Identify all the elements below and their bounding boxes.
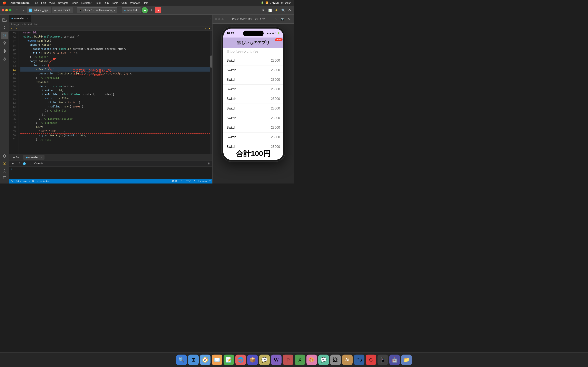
activity-flutter4[interactable] xyxy=(1,55,8,62)
list-item-5[interactable]: Switch 25000 xyxy=(223,104,283,113)
list-item-4[interactable]: Switch 25000 xyxy=(223,94,283,104)
activity-people[interactable] xyxy=(1,167,8,175)
maximize-button[interactable] xyxy=(9,9,11,11)
list-item-3[interactable]: Switch 25000 xyxy=(223,85,283,94)
menu-navigate[interactable]: Navigate xyxy=(58,1,68,4)
minimize-button[interactable] xyxy=(5,9,8,11)
scroll-track[interactable] xyxy=(210,31,212,154)
breadcrumb-project[interactable]: flutter_app xyxy=(11,23,21,25)
activity-problems[interactable] xyxy=(1,160,8,167)
status-position[interactable]: 44:11 xyxy=(172,180,177,183)
scroll-thumb[interactable] xyxy=(210,55,212,68)
list-item-5-title: Switch xyxy=(227,107,236,110)
vcs-selector[interactable]: Version control ▾ xyxy=(52,7,73,13)
ln-42: 42 xyxy=(9,60,17,64)
menu-file[interactable]: File xyxy=(34,1,38,4)
main-dart-tab[interactable]: ◈ main.dart ✕ xyxy=(23,155,44,160)
list-item-1[interactable]: Switch 25000 xyxy=(223,66,283,75)
console-run-btn[interactable]: ▶ xyxy=(11,161,15,166)
run-config-selector[interactable]: ◈ main.dart ▾ xyxy=(122,7,141,13)
menu-edit[interactable]: Edit xyxy=(41,1,46,4)
bottom-tabs: ▶ Run ◈ main.dart ✕ xyxy=(9,154,212,160)
phone-home-btn[interactable]: ⌂ xyxy=(273,16,278,22)
debug-config-btn[interactable]: ★ xyxy=(149,7,154,13)
console-more-btn[interactable]: ⋮ xyxy=(28,161,32,166)
code-line-51: return ListTile( xyxy=(20,96,210,100)
menu-help[interactable]: Help xyxy=(143,1,148,4)
menu-view[interactable]: View xyxy=(49,1,55,4)
error-nav-up[interactable]: ▲ xyxy=(205,27,207,30)
list-item-2[interactable]: Switch 25000 xyxy=(223,75,283,85)
tab-close-btn[interactable]: ✕ xyxy=(26,17,28,19)
breadcrumb-file[interactable]: main.dart xyxy=(28,23,38,25)
app-name[interactable]: Android Studio xyxy=(10,1,30,4)
activity-project[interactable] xyxy=(1,16,8,24)
activity-terminal[interactable] xyxy=(1,175,8,182)
code-line-61: ), // Text xyxy=(20,138,210,142)
list-item-0[interactable]: Switch 25000 xyxy=(223,56,283,66)
phone-panel: iPhone 15 Pro Max – iOS 17.2 ⌂ 📷 ↻ 10:24 xyxy=(212,15,294,184)
list-item-5-value: 25000 xyxy=(271,107,280,110)
tab-more-btn[interactable]: ⋯ xyxy=(206,16,212,20)
activity-flutter3[interactable] xyxy=(1,47,8,55)
menu-build[interactable]: Build xyxy=(95,1,101,4)
layout-inspector-btn[interactable]: ⚡ xyxy=(274,7,279,13)
ln-39: 39 xyxy=(9,48,17,52)
status-file[interactable]: main.dart xyxy=(40,180,49,182)
activity-notifications[interactable] xyxy=(1,152,8,160)
code-content[interactable]: @override Widget build(BuildContext cont… xyxy=(19,31,210,154)
svg-point-13 xyxy=(4,170,5,171)
menu-vcs[interactable]: VCS xyxy=(121,1,127,4)
console-expand-btn[interactable]: ⊡ xyxy=(206,161,211,166)
list-item-8[interactable]: Switch 25000 xyxy=(223,133,283,142)
breadcrumb-lib[interactable]: lib xyxy=(24,23,26,25)
project-selector[interactable]: FA FA flutter_app ▾ xyxy=(27,7,51,13)
dynamic-island xyxy=(243,31,264,36)
ln-36: 36 xyxy=(9,35,17,40)
menu-code[interactable]: Code xyxy=(72,1,78,4)
device-manager-btn[interactable]: 🖥 xyxy=(260,7,266,13)
status-lf[interactable]: LF xyxy=(180,180,182,183)
iphone-search-area[interactable]: 欲しいものを入力してね xyxy=(223,48,283,56)
status-charset[interactable]: UTF-8 xyxy=(185,180,191,183)
activity-commit[interactable] xyxy=(1,24,8,31)
iphone-app-title: 欲しいものアプリ xyxy=(237,40,270,45)
apple-logo[interactable]: 🍎 xyxy=(2,1,6,5)
project-name: FA flutter_app xyxy=(33,9,48,12)
console-clear-btn[interactable]: ⬤ xyxy=(22,161,26,166)
status-indent[interactable]: 2 spaces xyxy=(198,180,207,183)
status-project-name[interactable]: flutter_app xyxy=(16,180,26,182)
list-item-9-value: 25000 xyxy=(271,145,280,148)
activity-flutter1[interactable] xyxy=(1,32,8,39)
breadcrumb-bar: flutter_app › lib › main.dart xyxy=(9,22,212,26)
profiler-btn[interactable]: 📊 xyxy=(267,7,273,13)
status-git-icon: ⑂ xyxy=(209,180,211,183)
status-lib[interactable]: lib xyxy=(32,180,35,182)
console-restart-btn[interactable]: ↺ xyxy=(16,161,21,166)
stop-button[interactable]: ■ xyxy=(155,7,161,13)
list-item-6[interactable]: Switch 25000 xyxy=(223,113,283,123)
more-options-btn[interactable]: ⋮ xyxy=(162,7,168,13)
dart-tab-close[interactable]: ✕ xyxy=(40,156,42,159)
device-selector[interactable]: 📱 iPhone 15 Pro Max (mobile) ▾ xyxy=(77,7,117,13)
editor-tab-main[interactable]: ◈ main.dart ✕ xyxy=(9,15,31,22)
settings-btn[interactable]: ⚙ xyxy=(287,7,292,13)
phone-panel-toolbar: iPhone 15 Pro Max – iOS 17.2 ⌂ 📷 ↻ xyxy=(213,15,294,24)
list-item-9[interactable]: Switch 25000 xyxy=(223,142,283,148)
nav-panel-toggle[interactable]: ≡ xyxy=(14,7,20,13)
run-button[interactable]: ▶ xyxy=(142,7,148,13)
search-everywhere-btn[interactable]: 🔍 xyxy=(280,7,286,13)
menu-window[interactable]: Window xyxy=(130,1,140,4)
code-editor[interactable]: 35 36 37 38 39 40 41 42 43 44 45 46 47 4… xyxy=(9,31,212,154)
close-button[interactable] xyxy=(2,9,4,11)
activity-flutter2[interactable] xyxy=(1,40,8,47)
menu-tools[interactable]: Tools xyxy=(112,1,118,4)
phone-screenshot-btn[interactable]: 📷 xyxy=(279,16,285,22)
recent-files-btn[interactable]: ▾ xyxy=(20,7,26,13)
phone-rotate-btn[interactable]: ↻ xyxy=(286,16,292,22)
menu-refactor[interactable]: Refactor xyxy=(81,1,91,4)
menu-run[interactable]: Run xyxy=(104,1,109,4)
list-item-7[interactable]: Switch 25000 xyxy=(223,123,283,133)
run-tab[interactable]: ▶ Run xyxy=(11,155,22,160)
error-nav-down[interactable]: ▼ xyxy=(208,27,211,30)
